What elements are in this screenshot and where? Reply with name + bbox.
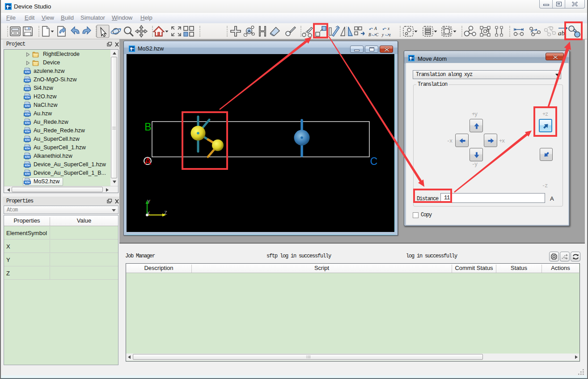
svg-text:B: B bbox=[144, 121, 151, 133]
svg-text:y: y bbox=[381, 33, 384, 37]
svg-text:HZW: HZW bbox=[25, 130, 30, 133]
svg-text:HZW: HZW bbox=[25, 173, 30, 176]
svg-text:HZW: HZW bbox=[25, 88, 30, 91]
svg-text:A: A bbox=[144, 156, 151, 167]
svg-text:HZW: HZW bbox=[25, 164, 30, 167]
svg-text:x: x bbox=[387, 26, 390, 31]
svg-text:HZW: HZW bbox=[25, 156, 30, 159]
svg-text:A: A bbox=[374, 26, 377, 31]
svg-text:HZW: HZW bbox=[25, 96, 30, 99]
svg-text:HZW: HZW bbox=[25, 147, 30, 150]
svg-text:HZW: HZW bbox=[25, 113, 30, 116]
svg-text:B: B bbox=[368, 33, 371, 37]
svg-text:HZW: HZW bbox=[25, 79, 30, 82]
svg-text:HZW: HZW bbox=[25, 105, 30, 108]
svg-text:HZW: HZW bbox=[25, 181, 30, 184]
svg-text:C: C bbox=[376, 33, 379, 37]
svg-text:z: z bbox=[389, 33, 391, 37]
svg-text:ab: ab bbox=[558, 29, 565, 37]
svg-text:HZW: HZW bbox=[25, 122, 30, 125]
svg-text:HZW: HZW bbox=[25, 139, 30, 142]
svg-text:C: C bbox=[370, 156, 378, 167]
svg-text:HZW: HZW bbox=[25, 71, 30, 74]
